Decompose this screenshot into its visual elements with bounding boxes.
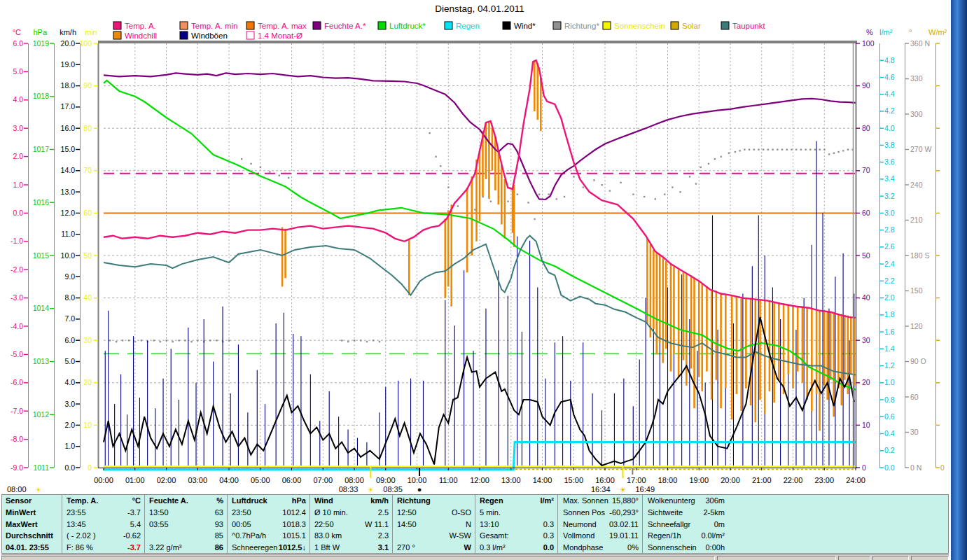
wind-direction-dot xyxy=(288,177,289,178)
axis-tick-label-pct: 20 xyxy=(862,378,870,386)
legend-label: Feuchte A.* xyxy=(324,22,366,30)
axis-unit-pct: % xyxy=(866,28,873,36)
column-unit: % xyxy=(216,495,223,507)
window-border-right xyxy=(951,0,967,560)
table-info-row: Neumond03.02.11 xyxy=(559,519,642,531)
axis-tick-label-hpa: 1013 xyxy=(33,357,50,365)
axis-tick-label-c: -5.0 xyxy=(11,350,23,358)
axis-tick-label-lm2: 4.4 xyxy=(884,90,895,98)
wind-direction-dot xyxy=(593,179,594,181)
table-row: 13:100.3 xyxy=(476,519,557,531)
table-column-header: Temp. A.°C xyxy=(63,495,144,507)
wind-direction-dot xyxy=(791,149,792,150)
wind-direction-dot xyxy=(728,153,730,154)
legend-label: Taupunkt xyxy=(732,22,765,30)
axis-tick-label-pct: 90 xyxy=(862,81,870,90)
table-column: Richtung12:50O-SO14:50NW-SW270 °W xyxy=(394,495,475,553)
axis-tick-label-hpa: 1018 xyxy=(33,92,50,100)
axis-tick-label-kmh: 2.0 xyxy=(64,421,75,429)
x-tick-label: 13:00 xyxy=(501,476,521,484)
x-tick-label: 18:00 xyxy=(658,476,678,484)
axis-tick-label-hpa: 1014 xyxy=(33,304,50,312)
wind-direction-dot xyxy=(373,340,374,341)
x-tick-label: 00:00 xyxy=(94,476,113,484)
cell-value: 0.3 xyxy=(543,519,554,531)
cell-value: 1012.5↓ xyxy=(279,542,306,554)
axis-tick-label-lm2: 1.0 xyxy=(884,378,895,386)
legend-label: Sonnenschein xyxy=(614,22,665,30)
axis-tick-label-deg: 360 N xyxy=(910,39,930,48)
axis-unit-c: °C xyxy=(13,28,21,36)
axis-tick-label-c: 0.0 xyxy=(13,209,23,217)
x-tick-label: 23:00 xyxy=(814,476,834,484)
table-row: W-SW xyxy=(394,530,475,542)
table-row: ^0.7hPa/h1015.1 xyxy=(228,530,309,542)
axis-tick-label-lm2: 2.4 xyxy=(884,260,895,268)
cell-value: 0.3 xyxy=(543,530,554,542)
axis-tick-label-deg: 30 xyxy=(910,428,919,436)
wind-direction-dot xyxy=(341,340,342,341)
new-moon-icon: ● xyxy=(417,485,422,493)
cell-label: 13:50 xyxy=(149,507,169,519)
cell-value: W xyxy=(464,542,471,554)
x-tick-label: 05:00 xyxy=(251,476,270,484)
cell-label: 13:10 xyxy=(480,519,499,531)
wind-direction-dot xyxy=(753,149,755,150)
axis-tick-label-lm2: 0.2 xyxy=(884,446,895,454)
axis-tick-label-min: 60 xyxy=(83,209,92,217)
wind-direction-dot xyxy=(490,201,492,202)
row-label-text: Sensor xyxy=(6,495,32,507)
wind-direction-dot xyxy=(429,132,430,134)
wind-direction-dot xyxy=(672,186,673,188)
table-row-label: MaxWert xyxy=(2,519,62,531)
legend-label: Windchill xyxy=(125,31,157,40)
column-title: Regen xyxy=(480,495,503,507)
wind-direction-dot xyxy=(128,340,130,341)
wind-direction-dot xyxy=(366,341,368,342)
x-tick-label: 11:00 xyxy=(439,476,458,484)
cell-value: 3.1 xyxy=(378,542,389,554)
wind-direction-dot xyxy=(209,340,211,341)
legend-label: Temp. A. xyxy=(125,22,156,30)
wind-direction-dot xyxy=(777,149,778,150)
axis-tick-label-kmh: 16.0 xyxy=(61,124,76,132)
axis-tick-label-min: 50 xyxy=(83,251,92,260)
wind-direction-dot xyxy=(679,191,681,192)
axis-tick-label-deg: 120 xyxy=(910,322,923,330)
legend-swatch-sonnenschein xyxy=(603,22,611,29)
axis-tick-label-kmh: 14.0 xyxy=(61,166,76,174)
table-row: 85 xyxy=(146,530,227,542)
wind-direction-dot xyxy=(534,218,535,220)
table-row: 3.22 g/m³86 xyxy=(146,542,227,554)
axis-tick-label-hpa: 1012 xyxy=(33,410,50,419)
axis-tick-label-lm2: 4.8 xyxy=(884,56,895,64)
wind-direction-dot xyxy=(767,149,769,150)
table-row: 12:50O-SO xyxy=(394,507,475,519)
axis-tick-label-lm2: 2.6 xyxy=(884,242,895,251)
legend-label: Temp. A. min xyxy=(191,22,237,30)
cell-value: N xyxy=(466,519,471,531)
column-title: Wind xyxy=(314,495,333,507)
axis-tick-label-lm2: 2.0 xyxy=(884,293,895,302)
axis-tick-label-pct: 80 xyxy=(862,124,870,132)
table-row: 22:50W 11.1 xyxy=(311,519,392,531)
wind-direction-dot xyxy=(134,341,136,342)
table-column: Windkm/hØ 10 min.2.522:50W 11.183.0 km2.… xyxy=(311,495,393,553)
cell-value: 2.5 xyxy=(378,507,389,519)
wind-direction-dot xyxy=(689,176,690,177)
axis-tick-label-lm2: 1.6 xyxy=(884,328,895,336)
axis-tick-label-kmh: 4.0 xyxy=(64,378,75,386)
legend-swatch-temp-a-max xyxy=(246,22,254,29)
cell-value: W 11.1 xyxy=(365,519,389,531)
cell-label: 0.3 l/m² xyxy=(480,542,506,554)
cell-label: 03:55 xyxy=(149,519,169,531)
row-label-text: 04.01. 23:55 xyxy=(6,542,49,554)
cell-label: 13:45 xyxy=(67,519,86,531)
cell-label: 00:05 xyxy=(232,519,251,531)
wind-direction-dot xyxy=(153,340,155,341)
wind-direction-dot xyxy=(116,341,117,342)
wind-direction-dot xyxy=(279,175,280,176)
legend-label: Temp. A. max xyxy=(258,22,307,30)
wind-direction-dot xyxy=(538,193,540,195)
table-row: ( - 2.02 )-0.62 xyxy=(63,530,144,542)
